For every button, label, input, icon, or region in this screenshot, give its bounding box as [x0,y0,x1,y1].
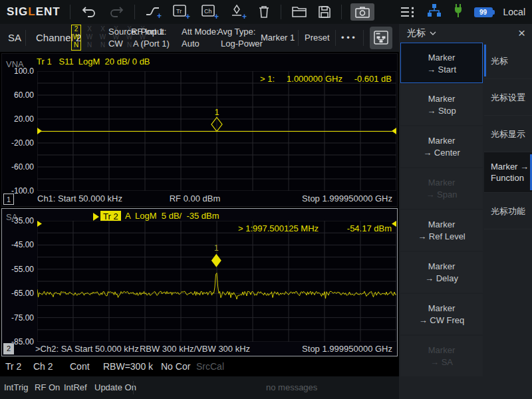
badge-line: 2 [72,25,80,33]
menu-item-marker-to-ref-level[interactable]: Marker→ Ref Level [400,210,483,251]
vna-y-label: 20.00 [2,114,34,124]
sa-rbw-vbw[interactable]: RBW 300 kHz/VBW 300 kHz [115,344,275,354]
chevron-down-icon [430,31,436,35]
vna-stop-freq[interactable]: Stop 1.999950000 GHz [302,194,392,203]
vna-chart-window[interactable]: VNA Tr 1 S11 LogM 20 dB/ 0 dB 100.0 60.0… [1,53,398,207]
message-area: no messages [266,382,317,392]
status-channel: Ch 2 [33,361,53,372]
window-layout-button[interactable] [370,27,392,49]
rf-input-value[interactable]: A (Port 1) [133,39,170,49]
vna-rf-power[interactable]: RF 0.00 dBm [115,194,275,203]
tab-marker[interactable]: 光标 [484,43,532,79]
top-toolbar: SIGLENT + Tr+ Ch+ + [0,0,532,24]
folder-icon [291,5,307,19]
sa-trace-title[interactable]: A LogM 5 dB/ -35 dBm [123,211,219,221]
avg-type-value[interactable]: Log-Power [221,39,263,49]
active-trace-arrow-icon [93,213,99,221]
channel-toolbar: SA Channel 2 2WN XWN XWN XWN XWN XWN Sou… [0,24,399,52]
undo-icon [80,5,98,19]
vna-trace-title[interactable]: Tr 1 S11 LogM 20 dB/ 0 dB [37,57,150,66]
menu-item-marker-to-cw-freq[interactable]: Marker→ CW Freq [400,294,483,334]
marker-plus-icon: + [229,4,247,20]
att-mode-label[interactable]: Att Mode: [182,27,219,37]
svg-text:+: + [186,12,190,20]
trash-icon [257,5,271,19]
tab-marker-settings[interactable]: 光标设置 [484,79,532,116]
main-menu-button[interactable] [400,6,416,18]
vna-marker-freq: 1.000000 GHz [287,74,342,84]
status-srccal: SrcCal [196,361,224,372]
add-limit-curve-button[interactable]: + [145,5,162,19]
sa-marker-readout: > 1: 997.500125 MHz -54.17 dBm [238,223,392,233]
panel-title: 光标 [407,27,426,39]
app-selector-sa[interactable]: SA [8,32,21,43]
channel-badge-active[interactable]: 2WN [71,25,81,51]
instrument-screen: SIGLENT + Tr+ Ch+ + [0,0,532,399]
svg-text:+: + [242,12,247,20]
source-value[interactable]: CW [108,39,123,49]
trace-plus-icon: Tr+ [172,4,191,20]
vna-start-freq[interactable]: Ch1: Start 50.000 kHz [37,194,122,203]
save-icon [317,5,332,19]
divider [281,5,281,19]
avg-type-label[interactable]: Avg Type: [217,27,255,37]
att-mode-value[interactable]: Auto [182,39,200,49]
tab-marker-function[interactable]: Marker →Function [484,152,532,193]
sa-marker-id: > 1: [238,223,253,233]
svg-text:Ch: Ch [204,8,212,15]
sa-stop-freq[interactable]: Stop 1.999950000 GHz [302,344,392,354]
vna-plot[interactable]: 1 [37,71,396,191]
logo-text: SIG [7,5,28,18]
network-icon [426,3,442,21]
vna-y-label: 60.00 [2,90,34,100]
panel-header: 光标 × [399,24,532,43]
svg-text:+: + [157,11,162,19]
menu-item-marker-to-sa: Marker→ SA [400,336,483,376]
add-marker-button[interactable]: + [229,4,247,20]
sa-plot[interactable]: 1 [37,221,396,342]
divider [335,30,336,46]
divider [298,30,299,46]
sa-y-label: -75.00 [2,313,34,323]
sa-y-label: -55.00 [2,265,34,274]
save-button[interactable] [317,5,332,19]
divider [134,5,135,19]
screenshot-button[interactable] [350,3,374,21]
rf-input-label[interactable]: RF Input: [131,27,166,37]
vna-marker-value: -0.601 dB [354,74,392,84]
close-panel-button[interactable]: × [518,25,525,42]
sa-chart-window[interactable]: SA Tr 2 A LogM 5 dB/ -35 dBm -35.00 -45.… [1,208,398,356]
logo-accent: L [28,5,35,18]
topbar-status-group: 99 Local [400,0,525,24]
add-trace-button[interactable]: Tr+ [172,4,191,20]
status-rf: RF On [35,382,60,392]
menu-item-marker-to-delay[interactable]: Marker→ Delay [400,252,483,293]
sa-y-label: -35.00 [2,216,34,225]
tab-marker-display[interactable]: 光标显示 [484,116,532,152]
camera-icon [354,5,370,19]
siglent-logo: SIGLENT [7,5,61,19]
more-button[interactable]: • • • [341,33,355,43]
channel-plus-icon: Ch+ [201,4,219,20]
divider [341,5,342,19]
tab-marker-functions[interactable]: 光标功能 [484,193,532,229]
add-channel-button[interactable]: Ch+ [201,4,219,20]
status-ref: IntRef [64,382,87,392]
delete-button[interactable] [257,5,271,19]
menu-item-marker-to-center[interactable]: Marker→ Center [400,126,483,167]
open-file-button[interactable] [291,5,307,19]
redo-icon [108,5,125,19]
undo-button[interactable] [80,5,98,19]
menu-item-marker-to-start[interactable]: Marker→ Start [400,43,483,83]
preset-button[interactable]: Preset [305,33,330,43]
menu-item-marker-to-span: Marker→ Span [400,168,483,209]
vna-marker-readout: > 1: 1.000000 GHz -0.601 dB [260,74,392,84]
badge-line: W [72,33,80,41]
redo-button[interactable] [108,5,125,19]
status-trigger: IntTrig [4,382,28,392]
svg-text:+: + [214,12,219,20]
marker-button[interactable]: Marker 1 [261,33,295,43]
trace-status-row: Tr 2 Ch 2 Cont RBW=300 k No Cor SrcCal [0,358,399,376]
menu-item-marker-to-stop[interactable]: Marker→ Stop [400,84,483,125]
panel-title-dropdown[interactable]: 光标 [407,27,436,39]
